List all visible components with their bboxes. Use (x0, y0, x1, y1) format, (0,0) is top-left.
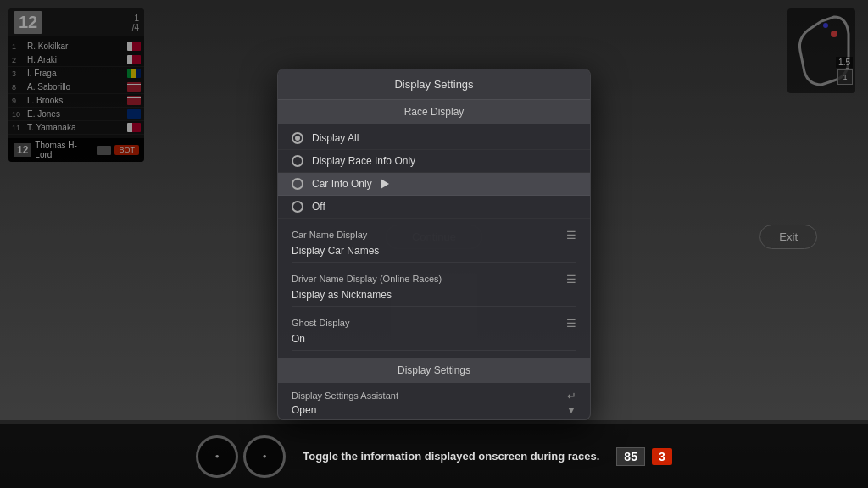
hud-content: ● ● Toggle the information displayed ons… (196, 435, 671, 478)
modal-title: Display Settings (278, 69, 590, 100)
radio-label-race-info: Display Race Info Only (312, 155, 415, 167)
driver-name-display-row: Driver Name Display (Online Races) ☰ Dis… (278, 266, 590, 310)
radio-circle-car-info (292, 178, 303, 190)
assistant-label-text: Display Settings Assistant (292, 391, 398, 401)
tooltip-text: Toggle the information displayed onscree… (303, 450, 599, 463)
modal-overlay: Display Settings Race Display Display Al… (0, 0, 868, 488)
radio-label-off: Off (312, 201, 326, 213)
ghost-display-row: Ghost Display ☰ On (278, 310, 590, 354)
hud-right: 85 3 (616, 447, 671, 466)
radio-options-group: Display All Display Race Info Only Car I… (278, 124, 590, 222)
gear-display: 3 (652, 448, 672, 465)
hud-left: ● ● (196, 435, 286, 478)
driver-name-label-row: Driver Name Display (Online Races) ☰ (292, 273, 576, 286)
radio-circle-display-all (292, 132, 303, 144)
radio-option-display-all[interactable]: Display All (278, 127, 590, 150)
bottom-hud: ● ● Toggle the information displayed ons… (0, 424, 868, 488)
ghost-label-row: Ghost Display ☰ (292, 317, 576, 330)
radio-option-off[interactable]: Off (278, 196, 590, 219)
assistant-row: Display Settings Assistant ↵ Open ▼ (278, 383, 590, 419)
speedometer-right: ● (243, 435, 286, 478)
driver-name-menu-icon[interactable]: ☰ (566, 273, 576, 286)
radio-circle-race-info (292, 155, 303, 167)
assistant-return-icon: ↵ (567, 390, 576, 402)
ghost-display-label: Ghost Display (292, 318, 349, 328)
display-settings-modal: Display Settings Race Display Display Al… (277, 69, 591, 420)
driver-name-display-label: Driver Name Display (Online Races) (292, 274, 442, 284)
car-name-display-label: Car Name Display (292, 230, 367, 240)
radio-option-race-info[interactable]: Display Race Info Only (278, 150, 590, 173)
car-name-display-value: Display Car Names (292, 243, 576, 263)
assistant-value-text: Open (292, 404, 316, 416)
ghost-menu-icon[interactable]: ☰ (566, 317, 576, 330)
radio-label-car-info: Car Info Only (312, 178, 372, 190)
car-name-label-row: Car Name Display ☰ (292, 229, 576, 241)
car-name-menu-icon[interactable]: ☰ (566, 229, 576, 241)
assistant-value-row[interactable]: Open ▼ (292, 404, 576, 416)
speed-display: 85 (616, 447, 645, 466)
race-display-section: Race Display (278, 100, 590, 124)
speedometer-left: ● (196, 435, 238, 478)
radio-label-display-all: Display All (312, 132, 359, 144)
ghost-display-value: On (292, 331, 576, 351)
chevron-down-icon: ▼ (566, 404, 576, 416)
car-name-display-row: Car Name Display ☰ Display Car Names (278, 222, 590, 266)
radio-option-car-info[interactable]: Car Info Only (278, 173, 590, 196)
radio-circle-off (292, 201, 303, 213)
selection-cursor (381, 179, 389, 189)
driver-name-display-value: Display as Nicknames (292, 287, 576, 307)
assistant-label-row: Display Settings Assistant ↵ (292, 390, 576, 402)
footer-display-settings: Display Settings (278, 358, 590, 383)
